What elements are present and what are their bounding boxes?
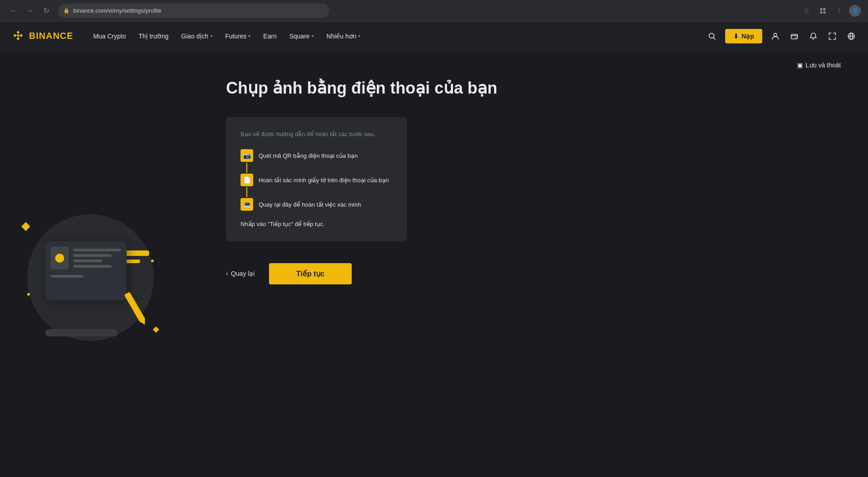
browser-bar: ← → ↻ 🔒 binance.com/vi/my/settings/profi…	[0, 0, 868, 22]
step-icon-wrap-1: 📷	[241, 149, 253, 174]
svg-point-6	[774, 33, 777, 36]
step-text-2: Hoàn tất xác minh giấy tờ trên điện thoạ…	[259, 174, 389, 184]
expand-icon[interactable]	[826, 30, 838, 42]
step-doc-icon: 📄	[241, 174, 253, 186]
bottom-bar-decoration	[45, 329, 118, 336]
globe-icon[interactable]	[845, 30, 857, 42]
nav-right: ⬇ Nạp	[706, 29, 857, 43]
save-icon: ▣	[797, 61, 803, 69]
svg-rect-7	[791, 34, 797, 39]
save-exit-button[interactable]: ▣ Lưu và thoát	[797, 61, 841, 69]
chevron-down-icon: ▾	[248, 33, 250, 38]
browser-actions: ☆ ⋮ 👤	[800, 5, 861, 17]
id-line	[73, 254, 112, 257]
browser-avatar[interactable]: 👤	[849, 5, 861, 17]
nav-thi-truong[interactable]: Thị trường	[133, 29, 174, 43]
lock-icon: 🔒	[63, 8, 70, 14]
url-text: binance.com/vi/my/settings/profile	[73, 7, 161, 14]
action-row: ‹ Quay lại Tiếp tục	[226, 263, 542, 284]
nav-square[interactable]: Square ▾	[284, 29, 319, 43]
refresh-button[interactable]: ↻	[40, 5, 52, 17]
svg-point-8	[796, 37, 797, 38]
nav-futures[interactable]: Futures ▾	[220, 29, 256, 43]
info-description: Bạn sẽ được hướng dẫn để hoàn tất các bư…	[241, 130, 392, 139]
nap-button[interactable]: ⬇ Nạp	[725, 29, 762, 43]
nav-items: Mua Crypto Thị trường Giao dịch ▾ Future…	[88, 29, 706, 43]
nav-mua-crypto[interactable]: Mua Crypto	[88, 29, 131, 43]
dot-decoration	[151, 260, 154, 262]
svg-rect-3	[823, 11, 826, 14]
nap-arrow-icon: ⬇	[733, 33, 739, 40]
step-item-1: 📷 Quét mã QR bằng điện thoại của bạn	[241, 149, 392, 174]
logo-text: BINANCE	[29, 31, 73, 41]
continue-button[interactable]: Tiếp tục	[269, 263, 351, 284]
info-bottom-text: Nhấp vào "Tiếp tục" để tiếp tục.	[241, 220, 392, 229]
svg-point-4	[709, 33, 714, 38]
step-text-3: Quay lại đây để hoàn tất việc xác minh	[259, 198, 361, 209]
main-content: ▣ Lưu và thoát	[0, 51, 868, 477]
address-bar[interactable]: 🔒 binance.com/vi/my/settings/profile	[58, 4, 329, 18]
binance-logo[interactable]: BINANCE	[11, 29, 73, 43]
nav-giao-dich[interactable]: Giao dịch ▾	[176, 29, 218, 43]
step-qr-icon: 📷	[241, 149, 253, 162]
menu-icon[interactable]: ⋮	[833, 5, 845, 17]
user-icon[interactable]	[769, 30, 781, 42]
step-list: 📷 Quét mã QR bằng điện thoại của bạn 📄 H…	[241, 149, 392, 211]
step-item-2: 📄 Hoàn tất xác minh giấy tờ trên điện th…	[241, 174, 392, 198]
chevron-down-icon: ▾	[210, 33, 212, 38]
chevron-down-icon: ▾	[358, 33, 360, 38]
step-icon-wrap-2: 📄	[241, 174, 253, 198]
forward-button[interactable]: →	[24, 5, 36, 17]
nav-nhieu-hon[interactable]: Nhiều hơn ▾	[321, 29, 366, 43]
id-card-illustration	[18, 205, 163, 350]
id-line	[73, 260, 102, 262]
svg-rect-1	[823, 8, 826, 10]
dot-decoration	[27, 293, 30, 296]
step-text-1: Quét mã QR bằng điện thoại của bạn	[259, 149, 358, 160]
diamond-decoration	[153, 326, 159, 332]
step-icon-wrap-3: 💻	[241, 198, 253, 211]
id-card-photo-circle	[55, 254, 64, 263]
search-icon[interactable]	[706, 30, 718, 42]
main-navbar: BINANCE Mua Crypto Thị trường Giao dịch …	[0, 22, 868, 51]
id-card-lines	[73, 247, 121, 269]
id-card	[45, 241, 127, 300]
info-box: Bạn sẽ được hướng dẫn để hoàn tất các bư…	[226, 117, 407, 241]
id-line	[73, 265, 112, 268]
content-panel: Chụp ảnh bằng điện thoại của bạn Bạn sẽ …	[172, 51, 579, 477]
back-button[interactable]: ‹ Quay lại	[226, 266, 255, 281]
id-line	[73, 249, 121, 251]
svg-rect-2	[820, 11, 822, 14]
svg-line-5	[714, 38, 716, 39]
page-title: Chụp ảnh bằng điện thoại của bạn	[226, 78, 542, 99]
extension-icon[interactable]	[816, 5, 829, 17]
step-connector	[246, 187, 247, 197]
notification-icon[interactable]	[807, 30, 819, 42]
svg-rect-0	[820, 8, 822, 10]
diamond-decoration	[21, 222, 30, 231]
id-card-photo	[51, 247, 69, 269]
browser-navigation: ← → ↻	[7, 5, 52, 17]
chevron-down-icon: ▾	[311, 33, 314, 38]
wallet-icon[interactable]	[788, 30, 800, 42]
nav-earn[interactable]: Earn	[258, 29, 282, 43]
back-arrow-icon: ‹	[226, 270, 228, 277]
bookmark-icon[interactable]: ☆	[800, 5, 813, 17]
step-item-3: 💻 Quay lại đây để hoàn tất việc xác minh	[241, 198, 392, 211]
illustration-area	[0, 51, 181, 477]
step-connector	[246, 163, 247, 173]
back-button[interactable]: ←	[7, 5, 20, 17]
step-desktop-icon: 💻	[241, 198, 253, 211]
